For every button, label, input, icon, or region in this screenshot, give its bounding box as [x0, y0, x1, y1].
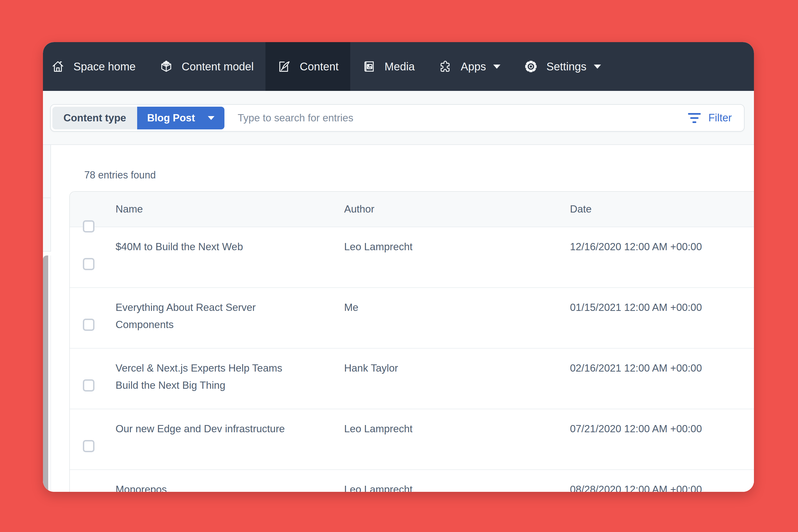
search-filter-section: Content type Blog Post Type to search fo…: [43, 91, 754, 145]
column-header-name: Name: [116, 192, 344, 218]
app-window: Space home Content model: [43, 42, 754, 492]
table-row[interactable]: $40M to Build the Next Web Leo Lamprecht…: [70, 227, 754, 287]
desktop-background: { "navbar": { "items": [ { "label": "Spa…: [0, 0, 798, 532]
divider: [51, 255, 51, 492]
chevron-down-icon: [594, 64, 601, 69]
nav-label: Settings: [546, 60, 587, 73]
divider: [43, 197, 51, 198]
content-type-segmented-control: Content type Blog Post: [52, 107, 225, 129]
nav-item-apps[interactable]: Apps: [426, 42, 512, 91]
nav-item-settings[interactable]: Settings: [512, 42, 613, 91]
nav-label: Apps: [461, 60, 486, 73]
entries-count-text: 78 entries found: [84, 169, 156, 181]
home-icon: [51, 59, 65, 74]
row-checkbox-cell: [70, 288, 116, 348]
row-checkbox[interactable]: [83, 258, 94, 270]
row-checkbox[interactable]: [83, 319, 94, 331]
media-folder-icon: [362, 59, 376, 74]
row-checkbox[interactable]: [83, 379, 94, 392]
entry-author: Me: [344, 288, 570, 316]
chevron-down-icon: [208, 116, 214, 120]
entry-name: Vercel & Next.js Experts Help Teams Buil…: [116, 348, 344, 394]
entry-author: Leo Lamprecht: [344, 470, 570, 492]
entry-name: Monorepos: [116, 470, 344, 492]
content-model-icon: [159, 59, 173, 74]
filter-icon: [688, 113, 701, 123]
row-checkbox-cell: [70, 409, 116, 469]
entry-date: 12/16/2020 12:00 AM +00:00: [570, 227, 754, 255]
entry-name: Everything About React Server Components: [116, 288, 344, 333]
nav-item-media[interactable]: Media: [350, 42, 426, 91]
entries-content-area: 78 entries found Name Author Date $40M t…: [43, 145, 754, 492]
background-panel-edge: [43, 145, 51, 252]
puzzle-icon: [438, 59, 453, 74]
entry-date: 08/28/2020 12:00 AM +00:00: [570, 470, 754, 492]
table-header-row: Name Author Date: [70, 192, 754, 227]
filter-label: Filter: [708, 112, 732, 124]
nav-item-space-home[interactable]: Space home: [43, 42, 147, 91]
table-row[interactable]: Vercel & Next.js Experts Help Teams Buil…: [70, 348, 754, 409]
table-row[interactable]: Our new Edge and Dev infrastructure Leo …: [70, 409, 754, 469]
column-header-author: Author: [344, 192, 570, 218]
column-header-date: Date: [570, 192, 754, 218]
nav-item-content[interactable]: Content: [265, 42, 350, 91]
row-checkbox-cell: [70, 470, 116, 492]
row-checkbox[interactable]: [83, 440, 94, 452]
nav-item-content-model[interactable]: Content model: [147, 42, 265, 91]
chevron-down-icon: [493, 64, 500, 69]
gear-icon: [524, 59, 538, 74]
entry-name: Our new Edge and Dev infrastructure: [116, 409, 344, 438]
nav-label: Content model: [182, 60, 254, 73]
content-type-selected-value: Blog Post: [147, 112, 195, 124]
entry-date: 07/21/2020 12:00 AM +00:00: [570, 409, 754, 438]
entry-name: $40M to Build the Next Web: [116, 227, 344, 255]
nav-label: Content: [300, 60, 339, 73]
row-checkbox-cell: [70, 227, 116, 287]
nav-label: Media: [385, 60, 415, 73]
table-row[interactable]: Everything About React Server Components…: [70, 287, 754, 348]
nav-label: Space home: [73, 60, 136, 73]
entry-author: Leo Lamprecht: [344, 227, 570, 255]
entry-date: 01/15/2021 12:00 AM +00:00: [570, 288, 754, 316]
stacked-sheet-edge: [43, 255, 48, 492]
table-row[interactable]: Monorepos Leo Lamprecht 08/28/2020 12:00…: [70, 469, 754, 492]
entry-search-bar[interactable]: Content type Blog Post Type to search fo…: [50, 104, 744, 132]
content-type-dropdown[interactable]: Blog Post: [137, 107, 225, 129]
entries-table: Name Author Date $40M to Build the Next …: [69, 191, 754, 492]
entry-author: Hank Taylor: [344, 348, 570, 377]
content-icon: [277, 59, 291, 74]
entry-author: Leo Lamprecht: [344, 409, 570, 438]
content-type-label: Content type: [52, 107, 137, 129]
row-checkbox-cell: [70, 348, 116, 409]
search-input[interactable]: Type to search for entries: [238, 112, 688, 124]
top-navbar: Space home Content model: [43, 42, 754, 91]
filter-button[interactable]: Filter: [688, 112, 732, 124]
entry-date: 02/16/2021 12:00 AM +00:00: [570, 348, 754, 377]
